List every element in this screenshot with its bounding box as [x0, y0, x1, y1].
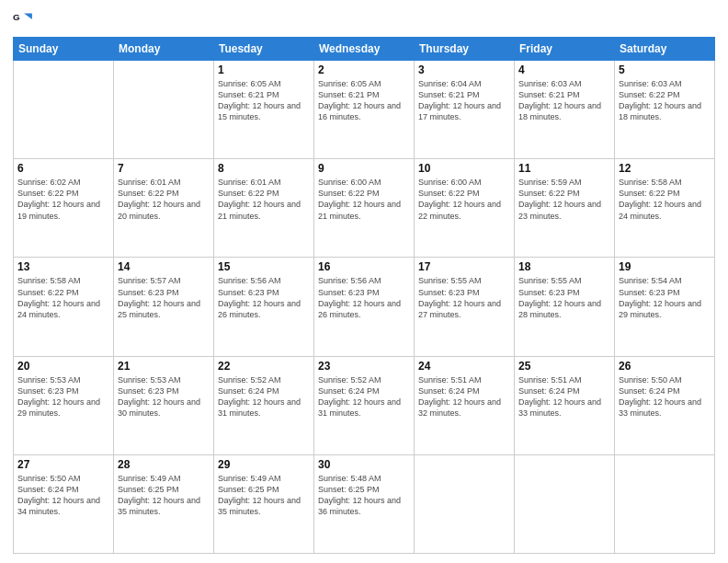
cell-content: Sunrise: 5:58 AM: [17, 275, 109, 286]
cell-content: Daylight: 12 hours and 33 minutes.: [619, 396, 711, 419]
cell-content: Sunset: 6:21 PM: [518, 89, 610, 100]
cell-content: Daylight: 12 hours and 16 minutes.: [318, 100, 410, 122]
calendar-cell: 29Sunrise: 5:49 AMSunset: 6:25 PMDayligh…: [214, 454, 314, 553]
calendar-cell: 8Sunrise: 6:01 AMSunset: 6:22 PMDaylight…: [214, 159, 314, 258]
calendar-cell: 11Sunrise: 5:59 AMSunset: 6:22 PMDayligh…: [515, 159, 615, 258]
cell-content: Sunset: 6:23 PM: [418, 287, 510, 298]
day-number: 14: [118, 260, 210, 273]
calendar-cell: 22Sunrise: 5:52 AMSunset: 6:24 PMDayligh…: [214, 356, 314, 454]
cell-content: Sunrise: 6:04 AM: [418, 78, 510, 89]
cell-content: Daylight: 12 hours and 23 minutes.: [518, 199, 610, 221]
calendar-cell: 14Sunrise: 5:57 AMSunset: 6:23 PMDayligh…: [114, 258, 214, 356]
cell-content: Daylight: 12 hours and 19 minutes.: [17, 199, 109, 221]
calendar-cell: 21Sunrise: 5:53 AMSunset: 6:23 PMDayligh…: [114, 356, 214, 454]
cell-content: Daylight: 12 hours and 20 minutes.: [118, 199, 210, 221]
calendar-cell: 26Sunrise: 5:50 AMSunset: 6:24 PMDayligh…: [615, 356, 715, 454]
day-number: 17: [418, 260, 510, 273]
cell-content: Sunset: 6:23 PM: [17, 385, 109, 396]
cell-content: Sunrise: 5:52 AM: [318, 374, 410, 385]
day-number: 11: [518, 162, 610, 175]
calendar-cell: 18Sunrise: 5:55 AMSunset: 6:23 PMDayligh…: [515, 258, 615, 356]
cell-content: Daylight: 12 hours and 28 minutes.: [518, 298, 610, 320]
svg-marker-1: [24, 13, 32, 19]
cell-content: Sunrise: 5:51 AM: [418, 374, 510, 385]
cell-content: Daylight: 12 hours and 21 minutes.: [218, 199, 310, 221]
day-number: 12: [619, 162, 711, 175]
cell-content: Daylight: 12 hours and 29 minutes.: [17, 396, 109, 419]
calendar-cell: [14, 61, 114, 159]
day-header-sunday: Sunday: [14, 38, 114, 61]
cell-content: Sunset: 6:24 PM: [619, 385, 711, 396]
cell-content: Sunrise: 6:05 AM: [318, 78, 410, 89]
cell-content: Sunrise: 5:56 AM: [218, 275, 310, 286]
cell-content: Sunrise: 5:57 AM: [118, 275, 210, 286]
cell-content: Sunrise: 6:01 AM: [218, 177, 310, 188]
cell-content: Sunset: 6:22 PM: [518, 188, 610, 199]
cell-content: Sunrise: 6:00 AM: [418, 177, 510, 188]
cell-content: Daylight: 12 hours and 29 minutes.: [619, 298, 711, 320]
cell-content: Sunrise: 5:50 AM: [17, 473, 109, 484]
calendar-cell: [114, 61, 214, 159]
page: G SundayMondayTuesdayWednesdayThursdayFr…: [0, 0, 728, 563]
cell-content: Daylight: 12 hours and 35 minutes.: [218, 495, 310, 517]
cell-content: Sunset: 6:22 PM: [218, 188, 310, 199]
day-header-monday: Monday: [114, 38, 214, 61]
day-number: 20: [17, 360, 109, 373]
day-number: 2: [318, 63, 410, 76]
cell-content: Sunrise: 5:55 AM: [518, 275, 610, 286]
day-number: 29: [218, 458, 310, 471]
cell-content: Daylight: 12 hours and 21 minutes.: [318, 199, 410, 221]
calendar-cell: 6Sunrise: 6:02 AMSunset: 6:22 PMDaylight…: [14, 159, 114, 258]
cell-content: Sunrise: 5:53 AM: [118, 374, 210, 385]
day-header-wednesday: Wednesday: [314, 38, 415, 61]
day-header-tuesday: Tuesday: [214, 38, 314, 61]
cell-content: Sunset: 6:21 PM: [418, 89, 510, 100]
cell-content: Sunset: 6:22 PM: [619, 188, 711, 199]
cell-content: Daylight: 12 hours and 15 minutes.: [218, 100, 310, 122]
day-number: 1: [218, 63, 310, 76]
cell-content: Daylight: 12 hours and 31 minutes.: [218, 396, 310, 419]
day-number: 9: [318, 162, 410, 175]
cell-content: Sunrise: 6:00 AM: [318, 177, 410, 188]
cell-content: Daylight: 12 hours and 33 minutes.: [518, 396, 610, 419]
day-number: 3: [418, 63, 510, 76]
cell-content: Daylight: 12 hours and 18 minutes.: [518, 100, 610, 122]
calendar-cell: 17Sunrise: 5:55 AMSunset: 6:23 PMDayligh…: [415, 258, 515, 356]
cell-content: Sunrise: 6:02 AM: [17, 177, 109, 188]
cell-content: Sunrise: 5:55 AM: [418, 275, 510, 286]
day-number: 4: [518, 63, 610, 76]
calendar-cell: [515, 454, 615, 553]
cell-content: Daylight: 12 hours and 18 minutes.: [619, 100, 711, 122]
logo-icon: G: [13, 9, 33, 29]
cell-content: Sunset: 6:21 PM: [318, 89, 410, 100]
cell-content: Sunrise: 6:05 AM: [218, 78, 310, 89]
cell-content: Sunset: 6:23 PM: [118, 287, 210, 298]
calendar-cell: 13Sunrise: 5:58 AMSunset: 6:22 PMDayligh…: [14, 258, 114, 356]
cell-content: Daylight: 12 hours and 35 minutes.: [118, 495, 210, 517]
cell-content: Sunset: 6:22 PM: [118, 188, 210, 199]
cell-content: Daylight: 12 hours and 24 minutes.: [619, 199, 711, 221]
day-number: 19: [619, 260, 711, 273]
cell-content: Daylight: 12 hours and 34 minutes.: [17, 495, 109, 517]
cell-content: Daylight: 12 hours and 36 minutes.: [318, 495, 410, 517]
cell-content: Daylight: 12 hours and 27 minutes.: [418, 298, 510, 320]
calendar-cell: 12Sunrise: 5:58 AMSunset: 6:22 PMDayligh…: [615, 159, 715, 258]
day-number: 25: [518, 360, 610, 373]
calendar-cell: 25Sunrise: 5:51 AMSunset: 6:24 PMDayligh…: [515, 356, 615, 454]
cell-content: Sunrise: 6:03 AM: [518, 78, 610, 89]
cell-content: Sunset: 6:22 PM: [619, 89, 711, 100]
cell-content: Daylight: 12 hours and 25 minutes.: [118, 298, 210, 320]
cell-content: Sunset: 6:23 PM: [619, 287, 711, 298]
cell-content: Sunset: 6:23 PM: [518, 287, 610, 298]
day-number: 18: [518, 260, 610, 273]
day-number: 8: [218, 162, 310, 175]
cell-content: Sunset: 6:24 PM: [218, 385, 310, 396]
cell-content: Daylight: 12 hours and 32 minutes.: [418, 396, 510, 419]
day-number: 6: [17, 162, 109, 175]
day-number: 26: [619, 360, 711, 373]
calendar-cell: 2Sunrise: 6:05 AMSunset: 6:21 PMDaylight…: [314, 61, 415, 159]
day-header-friday: Friday: [515, 38, 615, 61]
calendar-cell: 28Sunrise: 5:49 AMSunset: 6:25 PMDayligh…: [114, 454, 214, 553]
cell-content: Sunset: 6:23 PM: [318, 287, 410, 298]
cell-content: Sunset: 6:24 PM: [518, 385, 610, 396]
